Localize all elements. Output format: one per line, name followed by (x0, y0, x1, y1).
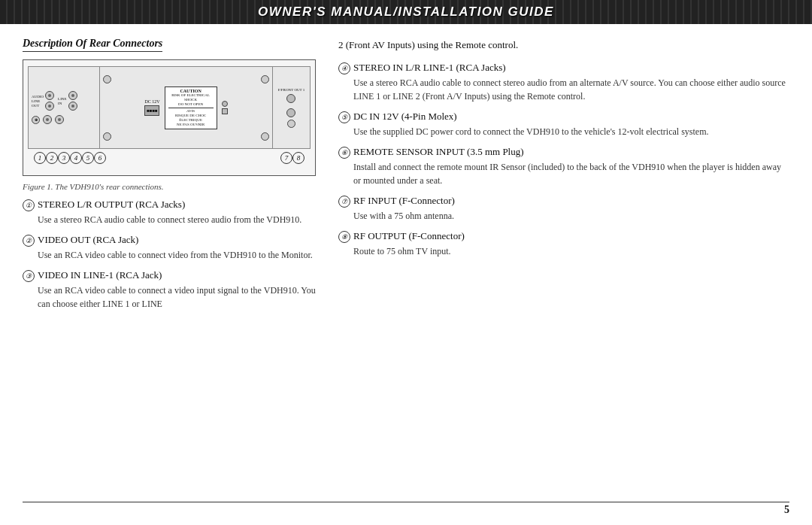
caution-line1: RISK OF ELECTRICAL SHOCK (168, 93, 214, 102)
small-conn-group (222, 101, 228, 114)
page-container: OWNER'S MANUAL/INSTALLATION GUIDE Descri… (0, 0, 812, 525)
connector-header-5: ⑤ DC IN 12V (4-Pin Molex) (338, 111, 789, 123)
mount-screw-2 (261, 75, 269, 83)
connector-header-2: ② VIDEO OUT (RCA Jack) (23, 234, 316, 247)
conn-desc-7: Use with a 75 ohm antenna. (353, 209, 789, 223)
in-label: IN (58, 102, 66, 105)
top-mounts (103, 75, 269, 83)
connector-numbers-row: 1 2 3 4 5 6 7 8 (28, 149, 311, 164)
diagram-left-section: AUDIO LINE OUT LINE IN (29, 67, 100, 148)
audio-in-jacks (68, 91, 77, 111)
round-mount-1: ⊕ (32, 116, 40, 124)
bottom-divider (23, 502, 789, 502)
connector-item-7: ⑦ RF INPUT (F-Connector) Use with a 75 o… (338, 195, 789, 223)
conn-label-8: RF OUTPUT (F-Connector) (353, 230, 465, 242)
connector-item-8: ⑧ RF OUTPUT (F-Connector) Route to 75 oh… (338, 230, 789, 258)
connector-header-6: ⑥ REMOTE SENSOR INPUT (3.5 mm Plug) (338, 146, 789, 159)
mid-connectors: DC 12V ■■■■ CAUTION RISK OF ELECTRICAL S… (144, 86, 227, 129)
rf-connectors: F/FRONT OUT 1 (278, 88, 305, 128)
conn-desc-1: Use a stereo RCA audio cable to connect … (38, 213, 316, 226)
bottom-mounts (103, 132, 269, 141)
caution-box: CAUTION RISK OF ELECTRICAL SHOCK DO NOT … (165, 86, 217, 129)
line-in-label-group: LINE IN (58, 97, 66, 105)
rf-in-conn (286, 108, 295, 117)
caution-line2: DO NOT OPEN (168, 102, 214, 107)
dc-label: DC 12V (144, 99, 159, 105)
conn-label-6: REMOTE SENSOR INPUT (3.5 mm Plug) (353, 146, 524, 158)
rf-mount (287, 120, 295, 128)
conn-desc-3: Use an RCA video cable to connect a vide… (38, 284, 316, 311)
connector-item-2: ② VIDEO OUT (RCA Jack) Use an RCA video … (23, 234, 316, 262)
num-1: 1 (34, 152, 46, 164)
connector-header-7: ⑦ RF INPUT (F-Connector) (338, 195, 789, 208)
bottom-connectors: ⊕ (32, 115, 96, 124)
conn-label-2: VIDEO OUT (RCA Jack) (38, 234, 138, 246)
caution-line4: RISQUE DE CHOC ÉLECTRIQUE (168, 114, 214, 123)
dc-power-group: DC 12V ■■■■ (144, 99, 159, 116)
device-diagram: AUDIO LINE OUT LINE IN (23, 59, 316, 176)
diagram-main: AUDIO LINE OUT LINE IN (29, 67, 310, 148)
conn-num-8: ⑧ (338, 231, 350, 243)
conn-label-4: STEREO IN L/R LINE-1 (RCA Jacks) (353, 62, 506, 74)
connector-item-4: ④ STEREO IN L/R LINE-1 (RCA Jacks) Use a… (338, 62, 789, 103)
line-in-label: LINE (58, 97, 66, 101)
conn-desc-6: Install and connect the remote mount IR … (353, 160, 789, 187)
connector-item-3: ③ VIDEO IN LINE-1 (RCA Jack) Use an RCA … (23, 269, 316, 311)
conn-num-4: ④ (338, 62, 350, 74)
conn-num-7: ⑦ (338, 196, 350, 208)
figure-caption: Figure 1. The VDH910's rear connections. (23, 182, 316, 191)
page-number: 5 (784, 504, 789, 516)
conn-desc-8: Route to 75 ohm TV input. (353, 244, 789, 258)
conn-label-5: DC IN 12V (4-Pin Molex) (353, 111, 457, 123)
connector-header-1: ① STEREO L/R OUTPUT (RCA Jacks) (23, 199, 316, 211)
num-2: 2 (46, 152, 58, 164)
num-3: 3 (58, 152, 70, 164)
right-column: 2 (Front AV Inputs) using the Remote con… (338, 38, 789, 507)
rf-front-out-label: F/FRONT OUT 1 (278, 88, 305, 92)
diagram-inner: AUDIO LINE OUT LINE IN (28, 66, 311, 149)
connector-header-4: ④ STEREO IN L/R LINE-1 (RCA Jacks) (338, 62, 789, 74)
conn-label-1: STEREO L/R OUTPUT (RCA Jacks) (38, 199, 185, 211)
audio-labels-row: AUDIO LINE OUT LINE IN (32, 91, 96, 111)
conn-num-5: ⑤ (338, 111, 350, 123)
connector-header-8: ⑧ RF OUTPUT (F-Connector) (338, 230, 789, 243)
rca-jack-1 (45, 91, 54, 100)
mount-screw-3 (103, 132, 111, 141)
line-out-label: LINE (32, 99, 44, 103)
num-8: 8 (292, 152, 304, 164)
rca-jack-4 (68, 102, 77, 111)
caution-divider (168, 108, 214, 108)
left-column: Description Of Rear Connectors AUDIO LIN… (23, 38, 316, 507)
rca-jack-3 (68, 91, 77, 100)
connector-item-1: ① STEREO L/R OUTPUT (RCA Jacks) Use a st… (23, 199, 316, 226)
conn-num-2: ② (23, 235, 35, 247)
num-5: 5 (82, 152, 94, 164)
caution-line5: NE PAS OUVRIR (168, 123, 214, 127)
connector-item-6: ⑥ REMOTE SENSOR INPUT (3.5 mm Plug) Inst… (338, 146, 789, 187)
dc-connector: ■■■■ (144, 105, 159, 116)
video-in-jack (55, 115, 64, 124)
video-out-jack (43, 115, 52, 124)
num-4: 4 (70, 152, 82, 164)
connector-header-3: ③ VIDEO IN LINE-1 (RCA Jack) (23, 269, 316, 282)
conn-num-3: ③ (23, 270, 35, 282)
conn-label-3: VIDEO IN LINE-1 (RCA Jack) (38, 269, 162, 281)
audio-line-label: AUDIO (32, 95, 44, 99)
diagram-mid-section: DC 12V ■■■■ CAUTION RISK OF ELECTRICAL S… (100, 67, 272, 148)
conn-label-7: RF INPUT (F-Connector) (353, 195, 455, 207)
conn-desc-2: Use an RCA video cable to connect video … (38, 248, 316, 262)
conn-desc-4: Use a stereo RCA audio cable to connect … (353, 76, 789, 103)
conn-num-1: ① (23, 199, 35, 211)
diagram-right-section: F/FRONT OUT 1 (272, 67, 310, 148)
connector-item-5: ⑤ DC IN 12V (4-Pin Molex) Use the suppli… (338, 111, 789, 138)
header-title: OWNER'S MANUAL/INSTALLATION GUIDE (258, 5, 554, 19)
audio-jacks-col (45, 91, 54, 111)
audio-label-group: AUDIO LINE OUT (32, 95, 44, 108)
rca-jack-2 (45, 102, 54, 111)
num-7: 7 (280, 152, 292, 164)
mount-screw-4 (261, 132, 269, 141)
num-6: 6 (94, 152, 106, 164)
main-content: Description Of Rear Connectors AUDIO LIN… (0, 24, 812, 514)
mount-screw-1 (103, 75, 111, 83)
small-sq-conn (222, 108, 228, 114)
